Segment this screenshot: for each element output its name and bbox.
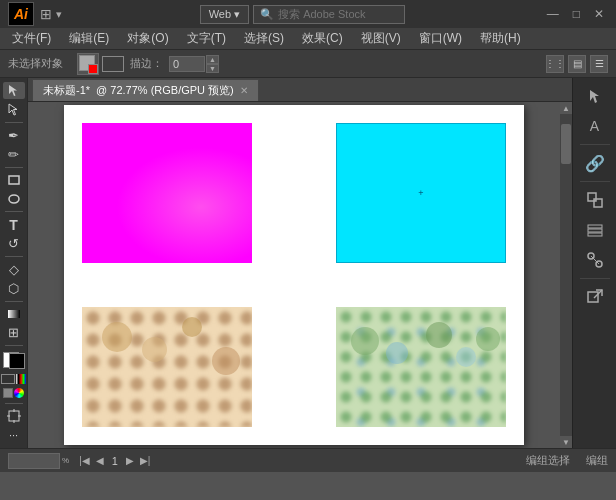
svg-line-15 (591, 256, 599, 264)
menu-view[interactable]: 视图(V) (353, 28, 409, 49)
canvas-background[interactable]: + (28, 102, 560, 448)
document-tab[interactable]: 未标题-1* @ 72.77% (RGB/GPU 预览) ✕ (32, 79, 259, 101)
group-info: 编组 (586, 453, 608, 468)
color-mode-buttons (1, 374, 26, 384)
zoom-input[interactable]: 72.77% (8, 453, 60, 469)
tab-subtitle: @ 72.77% (RGB/GPU 预览) (96, 83, 234, 98)
page-prev-btn[interactable]: ◀ (94, 455, 106, 466)
title-bar: Ai ⊞ ▾ Web ▾ 🔍 — □ ✕ (0, 0, 616, 28)
color-btn[interactable] (16, 374, 26, 384)
stroke-label: 描边： (130, 56, 163, 71)
close-button[interactable]: ✕ (590, 7, 608, 21)
tab-bar: 未标题-1* @ 72.77% (RGB/GPU 预览) ✕ (28, 78, 572, 102)
rp-properties-icon[interactable] (577, 246, 613, 274)
pattern-rect-1[interactable] (82, 307, 252, 427)
scroll-thumb[interactable] (561, 124, 571, 164)
page-first-btn[interactable]: |◀ (77, 455, 92, 466)
menu-object[interactable]: 对象(O) (119, 28, 176, 49)
pen-tool[interactable]: ✒ (3, 127, 25, 144)
stroke-value-group: ▲ ▼ (169, 55, 219, 73)
page-last-btn[interactable]: ▶| (138, 455, 153, 466)
artboard: + (64, 105, 524, 445)
scale-tool[interactable]: ⬡ (3, 280, 25, 297)
search-input[interactable] (278, 8, 398, 20)
main-layout: ✒ ✏ T ↺ ◇ ⬡ ⊞ (0, 78, 616, 448)
scroll-track[interactable] (560, 114, 572, 436)
menu-select[interactable]: 选择(S) (236, 28, 292, 49)
menu-file[interactable]: 文件(F) (4, 28, 59, 49)
svg-point-1 (9, 195, 19, 203)
none-mode-btn[interactable] (3, 388, 13, 398)
reflect-tool[interactable]: ◇ (3, 261, 25, 278)
rect-tool[interactable] (3, 171, 25, 188)
blob (142, 337, 167, 362)
status-bar: 72.77% % |◀ ◀ 1 ▶ ▶| 编组选择 编组 (0, 448, 616, 472)
menu-effect[interactable]: 效果(C) (294, 28, 351, 49)
svg-rect-3 (9, 411, 19, 421)
gradient-btn[interactable] (14, 388, 24, 398)
distrib-icon[interactable]: ▤ (568, 55, 586, 73)
blob (456, 347, 476, 367)
options-icons: ⋮⋮ ▤ ☰ (546, 55, 608, 73)
left-toolbar: ✒ ✏ T ↺ ◇ ⬡ ⊞ (0, 78, 28, 448)
mesh-tool[interactable]: ⊞ (3, 324, 25, 341)
search-icon: 🔍 (260, 8, 274, 21)
rp-select-tool[interactable] (577, 82, 613, 110)
search-box[interactable]: 🔍 (253, 5, 405, 24)
blob (102, 322, 132, 352)
menu-help[interactable]: 帮助(H) (472, 28, 529, 49)
scroll-up-btn[interactable]: ▲ (560, 102, 572, 114)
rp-external-icon[interactable] (577, 283, 613, 311)
menu-text[interactable]: 文字(T) (179, 28, 234, 49)
pencil-tool[interactable]: ✏ (3, 146, 25, 163)
workspace-label: Web (209, 8, 231, 20)
type-tool[interactable]: T (3, 216, 25, 233)
layout-switcher[interactable]: ⊞ ▾ (40, 6, 62, 22)
more-tools-btn[interactable]: ··· (3, 427, 25, 444)
magenta-rect[interactable] (82, 123, 252, 263)
artboard-tool[interactable] (3, 408, 25, 425)
ellipse-tool[interactable] (3, 190, 25, 207)
align-icon[interactable]: ⋮⋮ (546, 55, 564, 73)
right-panel: A 🔗 (572, 78, 616, 448)
svg-rect-11 (588, 229, 602, 232)
more-icon[interactable]: ☰ (590, 55, 608, 73)
svg-rect-8 (588, 193, 596, 201)
stroke-down-btn[interactable]: ▼ (206, 64, 219, 73)
blob (426, 322, 452, 348)
scroll-down-btn[interactable]: ▼ (560, 436, 572, 448)
fill-color-swatch[interactable] (77, 53, 99, 75)
minimize-button[interactable]: — (543, 7, 563, 21)
select-tool[interactable] (3, 82, 25, 99)
page-next-btn[interactable]: ▶ (124, 455, 136, 466)
rp-pen-icon[interactable]: A (577, 112, 613, 140)
layout-arrow[interactable]: ▾ (56, 8, 62, 21)
blob (386, 342, 408, 364)
pattern-dots-2 (336, 307, 506, 427)
page-navigation: |◀ ◀ 1 ▶ ▶| (77, 455, 152, 467)
color-swatch[interactable] (3, 352, 25, 369)
stroke-input[interactable] (169, 56, 205, 72)
gradient-tool[interactable] (3, 306, 25, 323)
pattern-rect-2[interactable] (336, 307, 506, 427)
rotate-tool[interactable]: ↺ (3, 235, 25, 252)
cyan-rect[interactable]: + (336, 123, 506, 263)
rp-link-icon[interactable]: 🔗 (577, 149, 613, 177)
rp-layers-icon[interactable] (577, 216, 613, 244)
rp-transform-icon[interactable] (577, 186, 613, 214)
zoom-control[interactable]: 72.77% % (8, 453, 69, 469)
maximize-button[interactable]: □ (569, 7, 584, 21)
menu-edit[interactable]: 编辑(E) (61, 28, 117, 49)
vertical-scrollbar[interactable]: ▲ ▼ (560, 102, 572, 448)
workspace-dropdown[interactable]: Web ▾ (200, 5, 249, 24)
direct-select-tool[interactable] (3, 101, 25, 118)
svg-rect-10 (588, 225, 602, 228)
stroke-swatch[interactable] (102, 56, 124, 72)
stroke-up-btn[interactable]: ▲ (206, 55, 219, 64)
menu-window[interactable]: 窗口(W) (411, 28, 470, 49)
tab-title: 未标题-1* (43, 83, 90, 98)
tab-close-btn[interactable]: ✕ (240, 85, 248, 96)
none-fill-btn[interactable] (1, 374, 15, 384)
extra-fill-options (3, 388, 24, 398)
menu-bar: 文件(F) 编辑(E) 对象(O) 文字(T) 选择(S) 效果(C) 视图(V… (0, 28, 616, 50)
